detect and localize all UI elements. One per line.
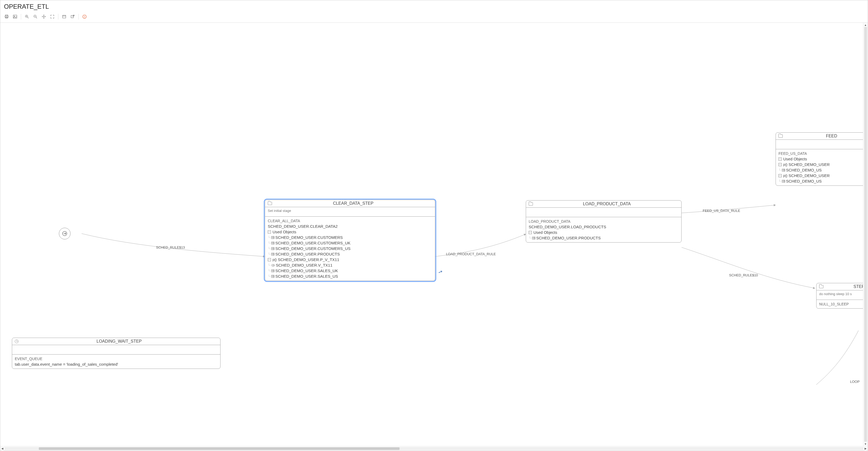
node-caption: CLEAR_ALL_DATA <box>268 218 432 223</box>
start-node[interactable] <box>59 228 70 239</box>
print-button[interactable] <box>2 13 11 20</box>
used-objects-toggle[interactable]: − Used Objects <box>778 156 868 162</box>
node-subtitle <box>776 140 868 149</box>
move-button[interactable] <box>40 13 48 20</box>
new-window-button[interactable] <box>60 13 68 20</box>
used-objects-toggle[interactable]: − Used Objects <box>268 229 432 235</box>
scroll-down-icon[interactable]: ▼ <box>864 442 868 446</box>
clock-icon <box>15 339 19 343</box>
node-caption: LOAD_PRODUCT_DATA <box>529 219 679 224</box>
table-icon <box>271 270 274 272</box>
scroll-track[interactable] <box>864 27 867 442</box>
used-objects-toggle[interactable]: − Used Objects <box>529 230 679 235</box>
table-icon <box>782 180 785 183</box>
fit-button[interactable] <box>48 13 57 20</box>
zoom-out-icon <box>33 14 38 19</box>
table-icon <box>271 253 274 255</box>
start-icon <box>62 231 68 237</box>
collapse-icon: − <box>778 157 782 161</box>
table-icon <box>532 237 535 239</box>
node-caption: NULL_10_SLEEP <box>819 301 868 307</box>
page-title: OPERATE_ETL <box>0 0 868 12</box>
scroll-thumb[interactable] <box>39 447 400 450</box>
svg-point-10 <box>85 18 85 18</box>
tree-item[interactable]: └SCHED_DEMO_USER.CUSTOMERS <box>268 235 432 240</box>
node-subtitle <box>526 208 681 217</box>
errors-button[interactable] <box>80 13 89 20</box>
node-caption: FEED_US_DATA <box>778 151 868 156</box>
svg-point-4 <box>14 16 15 17</box>
tree-item[interactable]: −p{}SCHED_DEMO_USER <box>778 162 868 167</box>
separator <box>79 14 79 20</box>
app-frame: OPERATE_ETL <box>0 0 868 451</box>
table-icon <box>271 236 274 239</box>
node-subtitle <box>12 345 220 355</box>
table-icon <box>271 242 274 244</box>
folder-icon <box>819 285 824 288</box>
node-load-product-data[interactable]: LOAD_PRODUCT_DATA LOAD_PRODUCT_DATA SCHE… <box>526 200 682 243</box>
folder-icon <box>529 202 533 206</box>
zoom-in-button[interactable] <box>23 13 31 20</box>
tree-item[interactable]: └SCHED_DEMO_USER.V_TX11 <box>268 262 432 268</box>
collapse-icon: − <box>268 231 271 234</box>
tree-item[interactable]: └SCHED_DEMO_USER.SALES_UK <box>268 268 432 273</box>
zoom-out-button[interactable] <box>31 13 40 20</box>
node-subtitle: Set initial stage <box>265 207 435 217</box>
scroll-left-icon[interactable]: ◀ <box>0 447 4 451</box>
node-main-object: SCHED_DEMO_USER.CLEAR_DATA2 <box>268 223 432 229</box>
edge-label: LOOP <box>850 380 860 384</box>
zoom-in-icon <box>25 14 29 19</box>
node-subtitle: do nothing sleep 10 s <box>816 290 868 300</box>
node-step[interactable]: STEP do nothing sleep 10 s NULL_10_SLEEP <box>816 283 868 309</box>
horizontal-scrollbar[interactable]: ◀ ▶ <box>0 446 868 451</box>
vertical-scrollbar[interactable]: ▲ ▼ <box>863 23 868 446</box>
tree-item[interactable]: └SCHED_DEMO_USER.PRODUCTS <box>529 235 679 241</box>
node-loading-wait-step[interactable]: LOADING_WAIT_STEP EVENT_QUEUE tab.user_d… <box>12 338 220 369</box>
print-icon <box>4 14 9 19</box>
move-icon <box>41 14 46 19</box>
edge-label: LOAD_PRODUCT_DATA_RULE <box>446 252 496 256</box>
tree-item[interactable]: └SCHED_DEMO_USER.SALES_US <box>268 273 432 279</box>
edge-label: FEED_US_DATA_RULE <box>703 209 740 213</box>
table-icon <box>271 247 274 250</box>
tree-item[interactable]: └SCHED_DEMO_USER.PRODUCTS <box>268 251 432 257</box>
svg-rect-2 <box>5 17 8 19</box>
window-icon <box>62 14 66 19</box>
scroll-up-icon[interactable]: ▲ <box>864 23 868 27</box>
node-main-object: tab.user_data.event_name = 'loading_of_s… <box>15 361 218 367</box>
collapse-icon: − <box>529 231 532 234</box>
node-feed[interactable]: FEED FEED_US_DATA − Used Objects −p{}SCH… <box>776 132 868 186</box>
collapse-icon: − <box>778 174 782 177</box>
svg-rect-7 <box>63 15 66 18</box>
node-title: CLEAR_DATA_STEP <box>274 201 432 206</box>
tree-item[interactable]: └SCHED_DEMO_USER.CUSTOMERS_UK <box>268 240 432 246</box>
image-button[interactable] <box>11 13 19 20</box>
export-icon <box>70 14 75 19</box>
node-caption: EVENT_QUEUE <box>15 356 218 361</box>
scroll-track[interactable] <box>4 447 864 450</box>
tree-item[interactable]: └SCHED_DEMO_US <box>778 167 868 173</box>
node-title: STEP <box>826 284 868 289</box>
error-icon <box>82 14 87 19</box>
node-clear-data-step[interactable]: CLEAR_DATA_STEP Set initial stage CLEAR_… <box>265 200 435 281</box>
svg-rect-8 <box>71 16 73 18</box>
table-icon <box>271 275 274 278</box>
svg-rect-3 <box>13 15 17 18</box>
tree-item[interactable]: └SCHED_DEMO_US <box>778 178 868 184</box>
separator <box>58 14 58 20</box>
tree-item[interactable]: └SCHED_DEMO_USER.CUSTOMERS_US <box>268 246 432 251</box>
scroll-right-icon[interactable]: ▶ <box>864 447 868 451</box>
fit-screen-icon <box>50 14 55 19</box>
view-icon <box>271 264 275 266</box>
collapse-icon: − <box>778 163 782 166</box>
tree-item[interactable]: −p{}SCHED_DEMO_USER.P_V_TX11 <box>268 257 432 262</box>
diagram-canvas[interactable]: CLEAR_DATA_STEP Set initial stage CLEAR_… <box>0 23 868 451</box>
toolbar <box>0 12 868 23</box>
node-title: LOADING_WAIT_STEP <box>21 339 218 344</box>
tree-item[interactable]: −p{}SCHED_DEMO_USER <box>778 173 868 178</box>
open-external-button[interactable] <box>68 13 77 20</box>
edge-label: SCHED_RULE$10 <box>729 273 758 277</box>
collapse-icon: − <box>268 258 271 261</box>
scroll-thumb[interactable] <box>864 27 867 442</box>
node-main-object: SCHED_DEMO_USER.LOAD_PRODUCTS <box>529 224 679 230</box>
